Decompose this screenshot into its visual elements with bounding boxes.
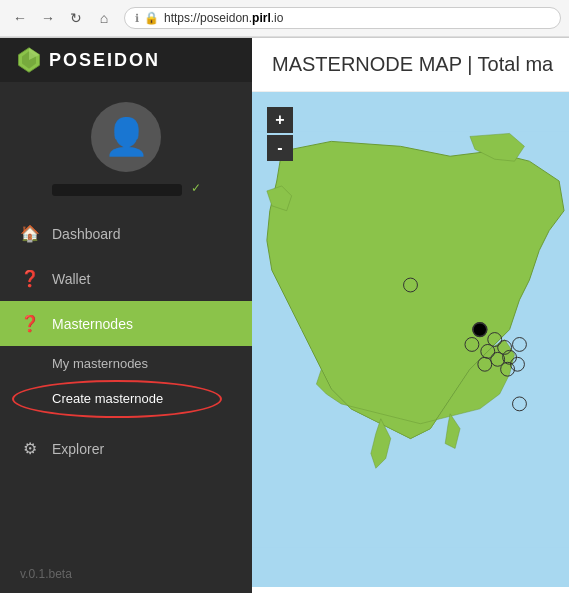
sidebar-item-explorer[interactable]: ⚙ Explorer <box>0 426 252 471</box>
user-icon: 👤 <box>104 116 149 158</box>
sidebar-item-my-masternodes[interactable]: My masternodes <box>0 346 252 381</box>
masternodes-label: Masternodes <box>52 316 133 332</box>
explorer-icon: ⚙ <box>20 439 40 458</box>
home-icon: 🏠 <box>20 224 40 243</box>
map-controls: + - <box>267 107 293 161</box>
sidebar-item-masternodes[interactable]: ❓ Masternodes <box>0 301 252 346</box>
lock-icon: 🔒 <box>144 11 159 25</box>
create-masternode-container: Create masternode <box>0 381 252 416</box>
main-content: MASTERNODE MAP | Total ma + - <box>252 38 569 593</box>
world-map <box>252 92 569 587</box>
create-masternode-label: Create masternode <box>52 391 163 406</box>
zoom-in-button[interactable]: + <box>267 107 293 133</box>
wallet-icon: ❓ <box>20 269 40 288</box>
sidebar-header: POSEIDON <box>0 38 252 82</box>
explorer-label: Explorer <box>52 441 104 457</box>
my-masternodes-label: My masternodes <box>52 356 148 371</box>
browser-toolbar: ← → ↻ ⌂ ℹ 🔒 https://poseidon.pirl.io <box>0 0 569 37</box>
nav-buttons: ← → ↻ ⌂ <box>8 6 116 30</box>
forward-button[interactable]: → <box>36 6 60 30</box>
page-title: MASTERNODE MAP | Total ma <box>272 53 553 76</box>
sidebar-item-wallet[interactable]: ❓ Wallet <box>0 256 252 301</box>
user-name <box>52 184 182 196</box>
zoom-out-button[interactable]: - <box>267 135 293 161</box>
dashboard-label: Dashboard <box>52 226 121 242</box>
app-container: POSEIDON 👤 ✓ 🏠 Dashboard ❓ Wallet <box>0 38 569 593</box>
wallet-label: Wallet <box>52 271 90 287</box>
masternodes-icon: ❓ <box>20 314 40 333</box>
address-bar-text: https://poseidon.pirl.io <box>164 11 283 25</box>
logo-text: POSEIDON <box>49 50 160 71</box>
home-button[interactable]: ⌂ <box>92 6 116 30</box>
reload-button[interactable]: ↻ <box>64 6 88 30</box>
browser-chrome: ← → ↻ ⌂ ℹ 🔒 https://poseidon.pirl.io <box>0 0 569 38</box>
address-bar[interactable]: ℹ 🔒 https://poseidon.pirl.io <box>124 7 561 29</box>
user-profile: 👤 ✓ <box>0 82 252 211</box>
back-button[interactable]: ← <box>8 6 32 30</box>
domain-highlight: pirl <box>252 11 271 25</box>
check-icon: ✓ <box>191 181 201 195</box>
sidebar: POSEIDON 👤 ✓ 🏠 Dashboard ❓ Wallet <box>0 38 252 593</box>
version-text: v.0.1.beta <box>20 567 72 581</box>
avatar: 👤 <box>91 102 161 172</box>
map-container: + - <box>252 92 569 587</box>
sidebar-nav: 🏠 Dashboard ❓ Wallet ❓ Masternodes My ma… <box>0 211 252 555</box>
sidebar-item-create-masternode[interactable]: Create masternode <box>0 381 252 416</box>
info-icon: ℹ <box>135 12 139 25</box>
sidebar-footer: v.0.1.beta <box>0 555 252 593</box>
pirl-logo-icon <box>15 46 43 74</box>
sidebar-item-dashboard[interactable]: 🏠 Dashboard <box>0 211 252 256</box>
pirl-logo: POSEIDON <box>15 46 160 74</box>
main-header: MASTERNODE MAP | Total ma <box>252 38 569 92</box>
